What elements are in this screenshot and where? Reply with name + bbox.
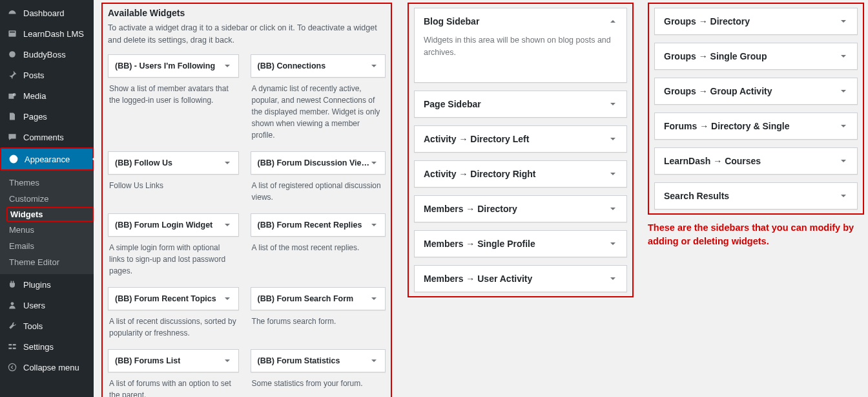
chevron-down-icon[interactable]	[608, 169, 617, 178]
sidebar-area-title: Members → Directory	[424, 204, 517, 214]
widget-description: A list of forums with an option to set t…	[108, 372, 239, 398]
submenu-theme-editor[interactable]: Theme Editor	[0, 254, 94, 270]
menu-collapse[interactable]: Collapse menu	[0, 357, 94, 378]
sidebar-area-header[interactable]: Members → Single Profile	[415, 231, 626, 257]
menu-label: Tools	[23, 321, 43, 331]
widget-title: (BB) Connections	[258, 61, 326, 70]
submenu-widgets[interactable]: Widgets	[6, 207, 94, 222]
menu-users[interactable]: Users	[0, 295, 94, 316]
chevron-down-icon[interactable]	[608, 239, 617, 248]
available-widget[interactable]: (BB) Forum Discussion Vie…	[251, 151, 386, 175]
menu-label: Media	[23, 91, 46, 101]
chevron-down-icon[interactable]	[839, 52, 848, 61]
sidebar-area-header[interactable]: Groups → Group Activity	[655, 78, 857, 104]
widgets-grid: (BB) - Users I'm FollowingShow a list of…	[108, 54, 386, 398]
chevron-down-icon[interactable]	[839, 17, 848, 26]
sidebar-areas-col2: Groups → DirectoryGroups → Single GroupG…	[648, 3, 864, 215]
sidebar-area-header[interactable]: Groups → Directory	[655, 8, 857, 34]
sidebar-area-header[interactable]: Page Sidebar	[415, 91, 626, 117]
chevron-down-icon[interactable]	[608, 204, 617, 213]
widget-title: (BB) Forums List	[115, 356, 180, 365]
menu-label: Dashboard	[23, 8, 65, 18]
sidebar-area-header[interactable]: Members → Directory	[415, 196, 626, 222]
sidebar-area: LearnDash → Courses	[654, 147, 858, 175]
chevron-down-icon[interactable]	[223, 61, 232, 70]
sidebar-area-title: Page Sidebar	[424, 99, 481, 109]
sidebar-area-title: Groups → Group Activity	[664, 86, 772, 96]
menu-settings[interactable]: Settings	[0, 336, 94, 357]
available-widget[interactable]: (BB) Connections	[251, 54, 386, 78]
available-widget[interactable]: (BB) Forum Login Widget	[108, 213, 239, 237]
menu-label: Settings	[23, 342, 54, 352]
admin-sidebar: Dashboard LearnDash LMS BuddyBoss Posts …	[0, 0, 94, 397]
sidebar-area-header[interactable]: Activity → Directory Left	[415, 126, 626, 152]
chevron-down-icon[interactable]	[369, 61, 378, 70]
widget-title: (BB) Forum Search Form	[258, 294, 354, 303]
available-widgets-desc: To activate a widget drag it to a sideba…	[108, 22, 386, 47]
menu-pages[interactable]: Pages	[0, 106, 94, 127]
available-widget[interactable]: (BB) Forum Recent Topics	[108, 287, 239, 310]
chevron-down-icon[interactable]	[223, 158, 232, 167]
menu-posts[interactable]: Posts	[0, 65, 94, 85]
sidebar-area: Blog SidebarWidgets in this area will be…	[414, 8, 627, 83]
sidebar-area-header[interactable]: LearnDash → Courses	[655, 148, 857, 174]
appearance-submenu: Themes Customize Widgets Menus Emails Th…	[0, 171, 94, 274]
menu-dashboard[interactable]: Dashboard	[0, 3, 94, 23]
menu-buddyboss[interactable]: BuddyBoss	[0, 44, 94, 65]
sidebar-area: Members → Directory	[414, 195, 627, 222]
sidebar-area-header[interactable]: Members → User Activity	[415, 266, 626, 292]
chevron-down-icon[interactable]	[839, 87, 848, 96]
chevron-down-icon[interactable]	[369, 158, 378, 167]
sidebar-area-title: Groups → Single Group	[664, 51, 767, 61]
menu-learndash[interactable]: LearnDash LMS	[0, 23, 94, 44]
widget-title: (BB) Forum Discussion Vie…	[258, 158, 369, 167]
sidebar-area-header[interactable]: Search Results	[655, 183, 857, 209]
sidebar-area-header[interactable]: Forums → Directory & Single	[655, 113, 857, 139]
menu-tools[interactable]: Tools	[0, 316, 94, 336]
available-widget[interactable]: (BB) Forum Search Form	[251, 287, 386, 310]
available-widget[interactable]: (BB) Forums List	[108, 349, 239, 372]
chevron-down-icon[interactable]	[369, 356, 378, 365]
available-widget[interactable]: (BB) - Users I'm Following	[108, 54, 239, 78]
menu-label: BuddyBoss	[23, 50, 66, 59]
chevron-down-icon[interactable]	[839, 122, 848, 131]
svg-rect-6	[13, 344, 16, 345]
chevron-up-icon[interactable]	[608, 17, 617, 26]
sidebar-area-header[interactable]: Groups → Single Group	[655, 43, 857, 69]
available-widget[interactable]: (BB) Forum Recent Replies	[251, 213, 386, 237]
submenu-emails[interactable]: Emails	[0, 238, 94, 254]
widget-description: Some statistics from your forum.	[251, 372, 386, 398]
submenu-menus[interactable]: Menus	[0, 222, 94, 238]
chevron-down-icon[interactable]	[223, 220, 232, 230]
chevron-down-icon[interactable]	[608, 274, 617, 283]
menu-label: Appearance	[25, 155, 70, 164]
menu-appearance[interactable]: Appearance	[1, 149, 92, 169]
sidebar-area: Forums → Directory & Single	[654, 113, 858, 140]
sidebar-area: Activity → Directory Left	[414, 125, 627, 153]
menu-comments[interactable]: Comments	[0, 127, 94, 147]
chevron-down-icon[interactable]	[223, 294, 232, 303]
chevron-down-icon[interactable]	[223, 356, 232, 365]
sidebar-area-title: Blog Sidebar	[424, 16, 479, 27]
available-widget[interactable]: (BB) Follow Us	[108, 151, 239, 175]
submenu-themes[interactable]: Themes	[0, 175, 94, 191]
chevron-down-icon[interactable]	[608, 134, 617, 144]
sidebar-area-header[interactable]: Activity → Directory Right	[415, 161, 626, 187]
chevron-down-icon[interactable]	[369, 220, 378, 230]
menu-plugins[interactable]: Plugins	[0, 274, 94, 295]
chevron-down-icon[interactable]	[839, 191, 848, 200]
chevron-down-icon[interactable]	[839, 156, 848, 166]
sidebar-area-header[interactable]: Blog Sidebar	[415, 8, 626, 34]
available-widget[interactable]: (BB) Forum Statistics	[251, 349, 386, 372]
chevron-down-icon[interactable]	[608, 100, 617, 109]
sidebar-area-title: Forums → Directory & Single	[664, 121, 789, 131]
svg-point-3	[13, 93, 16, 96]
sidebar-area-title: LearnDash → Courses	[664, 156, 761, 166]
widget-title: (BB) Forum Login Widget	[115, 220, 212, 230]
svg-point-2	[9, 51, 16, 58]
submenu-customize[interactable]: Customize	[0, 191, 94, 207]
sidebar-area-title: Members → User Activity	[424, 274, 532, 284]
menu-media[interactable]: Media	[0, 85, 94, 106]
available-widgets-panel: Available Widgets To activate a widget d…	[101, 3, 392, 397]
chevron-down-icon[interactable]	[369, 294, 378, 303]
